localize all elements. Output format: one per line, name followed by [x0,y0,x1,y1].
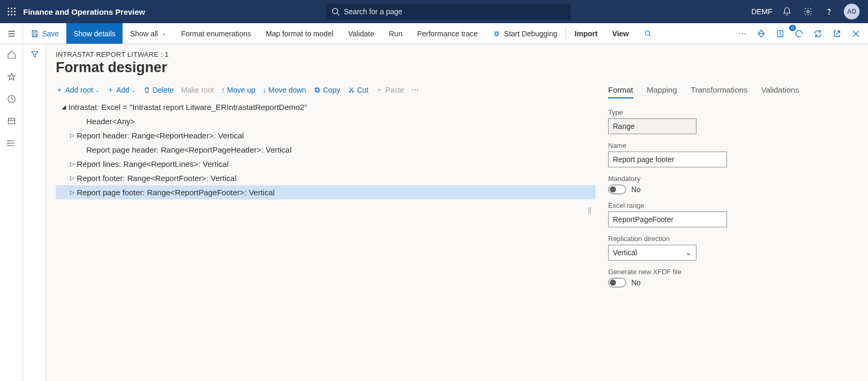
breadcrumb: INTRASTAT REPORT LITWARE : 1 [56,51,859,58]
show-details-button[interactable]: Show details [66,23,123,44]
svg-point-6 [8,14,9,16]
svg-point-3 [8,11,9,13]
expand-icon[interactable]: ▷ [67,132,77,139]
arrow-down-icon: ↓ [263,86,266,94]
performance-trace-button[interactable]: Performance trace [410,23,485,44]
modules-icon[interactable] [5,137,18,149]
make-root-button: Make root [181,86,214,94]
delete-button[interactable]: Delete [143,86,174,94]
tree-row[interactable]: ▷ Report footer: Range<ReportFooter>: Ve… [56,171,596,185]
nav-rail [0,44,23,381]
filter-icon[interactable] [30,49,39,381]
svg-line-19 [649,35,651,36]
hamburger-menu[interactable] [0,23,23,44]
expand-icon[interactable]: ▷ [67,175,77,182]
svg-point-7 [11,14,13,16]
tab-mapping[interactable]: Mapping [647,85,678,98]
add-root-button[interactable]: ＋Add root⌄ [56,85,99,95]
trash-icon [143,86,150,94]
settings-icon[interactable] [802,5,814,18]
tree-row[interactable]: ▷ Report lines: Range<ReportLines>: Vert… [56,157,596,171]
svg-rect-25 [8,118,15,124]
company-picker[interactable]: DEMF [751,7,772,16]
tab-validations[interactable]: Validations [761,85,799,98]
home-icon[interactable] [5,48,18,61]
mandatory-toggle[interactable] [608,185,626,194]
move-down-button[interactable]: ↓Move down [263,86,306,94]
paste-button: ＋Paste [376,85,404,95]
filter-rail [23,44,46,381]
svg-point-1 [11,8,13,9]
tree-row[interactable]: ▷ Report header: Range<ReportHeader>: Ve… [56,128,596,143]
tree-row[interactable]: ◢ Intrastat: Excel = "Intrastat report L… [56,100,596,114]
move-up-button[interactable]: ↑Move up [221,86,256,94]
import-button[interactable]: Import [567,23,605,44]
tree-toolbar: ＋Add root⌄ ＋Add⌄ Delete Make root ↑Move … [56,85,596,95]
arrow-up-icon: ↑ [221,86,225,94]
type-label: Type [608,108,859,116]
favorites-icon[interactable] [5,71,18,83]
chevron-down-icon: ⌄ [162,31,166,36]
refresh-icon[interactable] [811,27,825,41]
svg-rect-34 [315,88,318,91]
chevron-down-icon: ⌄ [132,87,136,93]
refresh-badge-icon[interactable]: 0 [792,27,806,41]
workspaces-icon[interactable] [5,115,18,127]
svg-point-18 [645,31,649,35]
plus-icon: ＋ [56,85,63,95]
notifications-icon[interactable] [781,5,793,18]
show-all-button[interactable]: Show all⌄ [123,23,174,44]
global-header: Finance and Operations Preview Search fo… [0,0,868,23]
collapse-icon[interactable]: ◢ [59,104,68,111]
cut-icon [348,86,355,94]
app-launcher-icon[interactable] [4,7,19,16]
search-icon [331,7,340,16]
tab-format[interactable]: Format [608,85,633,98]
xfdf-value: No [631,278,641,287]
tree-row-selected[interactable]: ▷ Report page footer: Range<ReportPageFo… [56,185,596,199]
svg-point-32 [7,145,8,146]
tab-transformations[interactable]: Transformations [691,85,748,98]
popout-icon[interactable] [830,27,844,41]
expand-icon[interactable]: ▷ [67,161,77,167]
name-field[interactable]: Report page footer [608,152,727,167]
find-button[interactable] [637,23,660,44]
search-placeholder: Search for a page [344,7,402,16]
save-button[interactable]: Save [23,23,66,44]
tree-row[interactable]: Header<Any> [56,114,596,128]
mandatory-label: Mandatory [608,175,859,183]
replication-select[interactable]: Vertical [608,245,697,260]
format-tree: ◢ Intrastat: Excel = "Intrastat report L… [56,100,596,199]
svg-line-10 [337,13,339,15]
map-format-button[interactable]: Map format to model [258,23,340,44]
diamond-icon[interactable] [754,27,768,41]
copy-button[interactable]: Copy [314,86,340,94]
office-icon[interactable] [773,27,787,41]
view-button[interactable]: View [605,23,637,44]
validate-button[interactable]: Validate [341,23,382,44]
tree-row[interactable]: Report page header: Range<ReportPageHead… [56,143,596,157]
user-avatar[interactable]: AD [844,4,860,19]
plus-icon: ＋ [376,85,383,95]
svg-point-12 [829,14,829,14]
more-icon[interactable]: ⋯ [735,27,749,41]
start-debugging-button[interactable]: Start Debugging [485,23,564,44]
property-tabs: Format Mapping Transformations Validatio… [608,85,859,99]
run-button[interactable]: Run [381,23,410,44]
expand-icon[interactable]: ▷ [67,189,77,196]
svg-point-8 [14,14,16,16]
svg-point-0 [8,8,9,9]
excel-range-field[interactable]: ReportPageFooter [608,212,727,227]
format-enumerations-button[interactable]: Format enumerations [174,23,258,44]
cut-button[interactable]: Cut [348,86,369,94]
help-icon[interactable] [823,5,835,18]
svg-point-36 [352,91,354,92]
tree-more-icon[interactable]: ⋯ [411,86,419,94]
xfdf-toggle[interactable] [608,278,626,287]
recent-icon[interactable] [5,93,18,105]
pane-resize-handle[interactable]: || [588,206,591,214]
svg-point-2 [14,8,16,9]
close-icon[interactable] [849,27,863,41]
global-search[interactable]: Search for a page [326,4,571,19]
add-button[interactable]: ＋Add⌄ [107,85,136,95]
